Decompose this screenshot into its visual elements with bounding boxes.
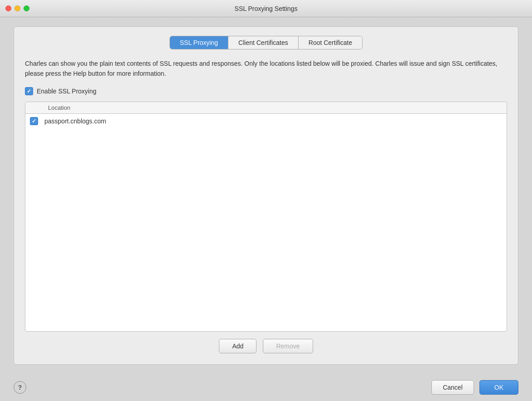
location-column-header: Location bbox=[48, 104, 70, 111]
bottom-right-buttons: Cancel OK bbox=[431, 380, 518, 395]
tab-client-certificates[interactable]: Client Certificates bbox=[228, 36, 299, 49]
title-bar: SSL Proxying Settings bbox=[0, 0, 532, 17]
tab-root-certificate[interactable]: Root Certificate bbox=[299, 36, 362, 49]
ok-button[interactable]: OK bbox=[479, 380, 518, 395]
main-content: SSL Proxying Client Certificates Root Ce… bbox=[0, 17, 532, 374]
tab-group: SSL Proxying Client Certificates Root Ce… bbox=[169, 36, 363, 49]
cancel-button[interactable]: Cancel bbox=[431, 380, 474, 395]
row-location-value: passport.cnblogs.com bbox=[44, 117, 106, 125]
row-checkbox[interactable]: ✓ bbox=[30, 117, 38, 125]
table-row[interactable]: ✓ passport.cnblogs.com bbox=[25, 114, 507, 128]
bottom-bar: ? Cancel OK bbox=[0, 374, 532, 401]
maximize-button[interactable] bbox=[24, 5, 29, 11]
description-text: Charles can show you the plain text cont… bbox=[25, 59, 507, 79]
tabs-container: SSL Proxying Client Certificates Root Ce… bbox=[25, 36, 507, 49]
window-title: SSL Proxying Settings bbox=[235, 5, 298, 12]
help-button[interactable]: ? bbox=[14, 381, 26, 394]
traffic-lights bbox=[5, 5, 29, 11]
row-checkmark-icon: ✓ bbox=[32, 118, 36, 124]
tab-ssl-proxying[interactable]: SSL Proxying bbox=[170, 36, 228, 49]
enable-ssl-checkbox[interactable]: ✓ bbox=[25, 87, 33, 95]
enable-ssl-label: Enable SSL Proxying bbox=[37, 88, 97, 95]
settings-panel: SSL Proxying Client Certificates Root Ce… bbox=[14, 26, 518, 365]
table-body: ✓ passport.cnblogs.com bbox=[25, 114, 507, 331]
close-button[interactable] bbox=[5, 5, 11, 11]
locations-table: Location ✓ passport.cnblogs.com bbox=[25, 102, 507, 332]
add-remove-buttons: Add Remove bbox=[25, 339, 507, 353]
remove-button[interactable]: Remove bbox=[263, 339, 313, 353]
table-header: Location bbox=[25, 102, 507, 114]
add-button[interactable]: Add bbox=[219, 339, 256, 353]
minimize-button[interactable] bbox=[15, 5, 20, 11]
enable-ssl-row: ✓ Enable SSL Proxying bbox=[25, 87, 507, 95]
checkmark-icon: ✓ bbox=[27, 88, 31, 94]
